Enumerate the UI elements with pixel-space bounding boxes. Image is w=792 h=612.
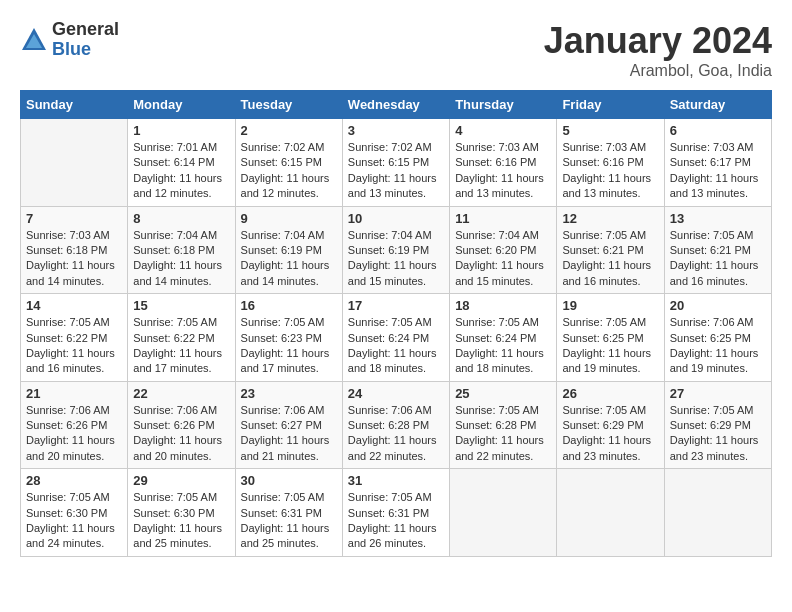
- sunrise-label: Sunrise: 7:04 AM: [348, 229, 432, 241]
- sunrise-label: Sunrise: 7:05 AM: [133, 316, 217, 328]
- calendar-week-row: 28 Sunrise: 7:05 AM Sunset: 6:30 PM Dayl…: [21, 469, 772, 557]
- day-number: 20: [670, 298, 766, 313]
- day-number: 30: [241, 473, 337, 488]
- day-number: 8: [133, 211, 229, 226]
- sunset-label: Sunset: 6:20 PM: [455, 244, 536, 256]
- daylight-label: Daylight: 11 hours and 13 minutes.: [670, 172, 759, 199]
- day-number: 2: [241, 123, 337, 138]
- day-number: 16: [241, 298, 337, 313]
- weekday-header: Wednesday: [342, 91, 449, 119]
- day-info: Sunrise: 7:05 AM Sunset: 6:21 PM Dayligh…: [562, 228, 658, 290]
- sunrise-label: Sunrise: 7:02 AM: [348, 141, 432, 153]
- daylight-label: Daylight: 11 hours and 17 minutes.: [241, 347, 330, 374]
- calendar-cell: 25 Sunrise: 7:05 AM Sunset: 6:28 PM Dayl…: [450, 381, 557, 469]
- day-info: Sunrise: 7:05 AM Sunset: 6:30 PM Dayligh…: [133, 490, 229, 552]
- calendar-cell: 2 Sunrise: 7:02 AM Sunset: 6:15 PM Dayli…: [235, 119, 342, 207]
- day-number: 28: [26, 473, 122, 488]
- sunrise-label: Sunrise: 7:05 AM: [26, 316, 110, 328]
- weekday-header: Sunday: [21, 91, 128, 119]
- sunrise-label: Sunrise: 7:06 AM: [348, 404, 432, 416]
- day-number: 10: [348, 211, 444, 226]
- sunset-label: Sunset: 6:31 PM: [348, 507, 429, 519]
- calendar-week-row: 14 Sunrise: 7:05 AM Sunset: 6:22 PM Dayl…: [21, 294, 772, 382]
- daylight-label: Daylight: 11 hours and 19 minutes.: [562, 347, 651, 374]
- sunset-label: Sunset: 6:30 PM: [133, 507, 214, 519]
- calendar-cell: 3 Sunrise: 7:02 AM Sunset: 6:15 PM Dayli…: [342, 119, 449, 207]
- title-block: January 2024 Arambol, Goa, India: [544, 20, 772, 80]
- day-number: 29: [133, 473, 229, 488]
- day-info: Sunrise: 7:05 AM Sunset: 6:22 PM Dayligh…: [26, 315, 122, 377]
- month-title: January 2024: [544, 20, 772, 62]
- sunset-label: Sunset: 6:14 PM: [133, 156, 214, 168]
- day-info: Sunrise: 7:02 AM Sunset: 6:15 PM Dayligh…: [241, 140, 337, 202]
- daylight-label: Daylight: 11 hours and 13 minutes.: [348, 172, 437, 199]
- sunset-label: Sunset: 6:29 PM: [562, 419, 643, 431]
- sunrise-label: Sunrise: 7:03 AM: [26, 229, 110, 241]
- calendar-cell: 15 Sunrise: 7:05 AM Sunset: 6:22 PM Dayl…: [128, 294, 235, 382]
- sunset-label: Sunset: 6:22 PM: [26, 332, 107, 344]
- daylight-label: Daylight: 11 hours and 14 minutes.: [241, 259, 330, 286]
- sunset-label: Sunset: 6:28 PM: [455, 419, 536, 431]
- daylight-label: Daylight: 11 hours and 18 minutes.: [455, 347, 544, 374]
- calendar-cell: 30 Sunrise: 7:05 AM Sunset: 6:31 PM Dayl…: [235, 469, 342, 557]
- day-info: Sunrise: 7:05 AM Sunset: 6:30 PM Dayligh…: [26, 490, 122, 552]
- sunrise-label: Sunrise: 7:04 AM: [241, 229, 325, 241]
- calendar-cell: [450, 469, 557, 557]
- sunrise-label: Sunrise: 7:06 AM: [133, 404, 217, 416]
- calendar-cell: 31 Sunrise: 7:05 AM Sunset: 6:31 PM Dayl…: [342, 469, 449, 557]
- calendar-cell: 19 Sunrise: 7:05 AM Sunset: 6:25 PM Dayl…: [557, 294, 664, 382]
- day-info: Sunrise: 7:05 AM Sunset: 6:28 PM Dayligh…: [455, 403, 551, 465]
- calendar-cell: 14 Sunrise: 7:05 AM Sunset: 6:22 PM Dayl…: [21, 294, 128, 382]
- sunset-label: Sunset: 6:16 PM: [562, 156, 643, 168]
- day-info: Sunrise: 7:06 AM Sunset: 6:26 PM Dayligh…: [26, 403, 122, 465]
- sunset-label: Sunset: 6:15 PM: [348, 156, 429, 168]
- day-number: 7: [26, 211, 122, 226]
- day-info: Sunrise: 7:03 AM Sunset: 6:16 PM Dayligh…: [562, 140, 658, 202]
- daylight-label: Daylight: 11 hours and 14 minutes.: [133, 259, 222, 286]
- calendar-cell: 10 Sunrise: 7:04 AM Sunset: 6:19 PM Dayl…: [342, 206, 449, 294]
- calendar-cell: 4 Sunrise: 7:03 AM Sunset: 6:16 PM Dayli…: [450, 119, 557, 207]
- day-number: 14: [26, 298, 122, 313]
- sunset-label: Sunset: 6:30 PM: [26, 507, 107, 519]
- daylight-label: Daylight: 11 hours and 25 minutes.: [241, 522, 330, 549]
- daylight-label: Daylight: 11 hours and 12 minutes.: [241, 172, 330, 199]
- sunset-label: Sunset: 6:18 PM: [133, 244, 214, 256]
- sunset-label: Sunset: 6:19 PM: [348, 244, 429, 256]
- day-info: Sunrise: 7:01 AM Sunset: 6:14 PM Dayligh…: [133, 140, 229, 202]
- sunrise-label: Sunrise: 7:05 AM: [562, 316, 646, 328]
- sunrise-label: Sunrise: 7:06 AM: [26, 404, 110, 416]
- sunset-label: Sunset: 6:15 PM: [241, 156, 322, 168]
- daylight-label: Daylight: 11 hours and 17 minutes.: [133, 347, 222, 374]
- day-info: Sunrise: 7:03 AM Sunset: 6:16 PM Dayligh…: [455, 140, 551, 202]
- sunset-label: Sunset: 6:27 PM: [241, 419, 322, 431]
- sunset-label: Sunset: 6:31 PM: [241, 507, 322, 519]
- day-number: 31: [348, 473, 444, 488]
- calendar-cell: 17 Sunrise: 7:05 AM Sunset: 6:24 PM Dayl…: [342, 294, 449, 382]
- day-number: 13: [670, 211, 766, 226]
- calendar-cell: 13 Sunrise: 7:05 AM Sunset: 6:21 PM Dayl…: [664, 206, 771, 294]
- logo-general-text: General: [52, 20, 119, 40]
- calendar-cell: 29 Sunrise: 7:05 AM Sunset: 6:30 PM Dayl…: [128, 469, 235, 557]
- day-number: 3: [348, 123, 444, 138]
- calendar-cell: [664, 469, 771, 557]
- daylight-label: Daylight: 11 hours and 24 minutes.: [26, 522, 115, 549]
- day-number: 23: [241, 386, 337, 401]
- sunrise-label: Sunrise: 7:05 AM: [241, 316, 325, 328]
- sunset-label: Sunset: 6:18 PM: [26, 244, 107, 256]
- calendar-cell: 8 Sunrise: 7:04 AM Sunset: 6:18 PM Dayli…: [128, 206, 235, 294]
- weekday-header: Tuesday: [235, 91, 342, 119]
- calendar-cell: 12 Sunrise: 7:05 AM Sunset: 6:21 PM Dayl…: [557, 206, 664, 294]
- daylight-label: Daylight: 11 hours and 21 minutes.: [241, 434, 330, 461]
- sunrise-label: Sunrise: 7:06 AM: [670, 316, 754, 328]
- day-info: Sunrise: 7:06 AM Sunset: 6:28 PM Dayligh…: [348, 403, 444, 465]
- day-number: 18: [455, 298, 551, 313]
- day-number: 24: [348, 386, 444, 401]
- calendar-cell: 20 Sunrise: 7:06 AM Sunset: 6:25 PM Dayl…: [664, 294, 771, 382]
- daylight-label: Daylight: 11 hours and 16 minutes.: [562, 259, 651, 286]
- sunset-label: Sunset: 6:28 PM: [348, 419, 429, 431]
- day-number: 9: [241, 211, 337, 226]
- calendar-cell: [21, 119, 128, 207]
- day-info: Sunrise: 7:05 AM Sunset: 6:31 PM Dayligh…: [241, 490, 337, 552]
- daylight-label: Daylight: 11 hours and 18 minutes.: [348, 347, 437, 374]
- day-number: 21: [26, 386, 122, 401]
